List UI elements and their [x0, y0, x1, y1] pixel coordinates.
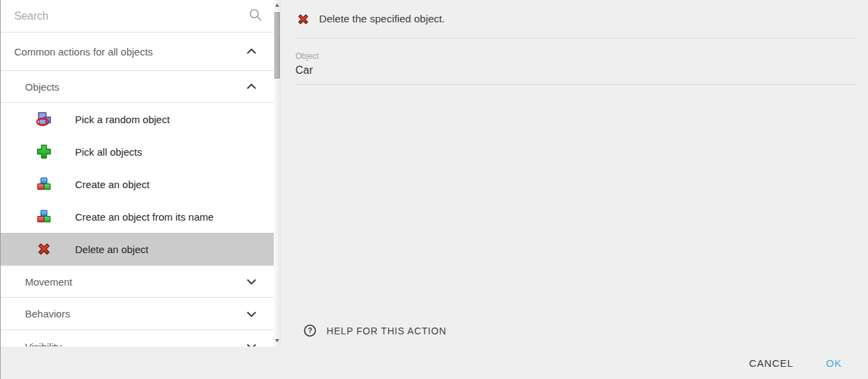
cancel-button[interactable]: CANCEL [742, 352, 800, 374]
chevron-down-icon [244, 274, 259, 289]
action-editor-panel: Delete the specified object. Object ? HE… [281, 0, 868, 347]
scroll-up-icon [275, 3, 279, 7]
action-item-create-object-from-name[interactable]: Create an object from its name [1, 200, 274, 233]
category-movement[interactable]: Movement [1, 265, 274, 298]
sidebar-scrollbar[interactable] [274, 0, 281, 347]
pick-all-objects-icon [36, 143, 52, 160]
action-item-pick-all-objects[interactable]: Pick all objects [1, 135, 274, 168]
ok-button[interactable]: OK [819, 352, 848, 374]
category-label: Objects [25, 81, 59, 93]
action-item-label: Create an object from its name [75, 211, 214, 223]
help-button[interactable]: ? HELP FOR THIS ACTION [303, 321, 450, 340]
chevron-down-icon [244, 307, 259, 321]
category-objects[interactable]: Objects [1, 70, 274, 103]
create-object-icon [36, 176, 52, 192]
action-header: Delete the specified object. [295, 0, 857, 39]
category-visibility[interactable]: Visibility [1, 330, 274, 347]
delete-object-icon [36, 241, 52, 257]
dialog-footer: CANCEL OK [1, 347, 868, 379]
action-item-label: Delete an object [75, 244, 148, 255]
scrollbar-thumb[interactable] [274, 12, 280, 79]
scrollbar-down-button[interactable] [274, 335, 281, 345]
action-item-label: Pick a random object [75, 114, 170, 125]
scrollbar-up-button[interactable] [274, 0, 281, 10]
action-item-create-object[interactable]: Create an object [1, 168, 274, 200]
search-row [1, 0, 274, 32]
category-label: Behaviors [25, 308, 70, 319]
pick-random-object-icon [36, 111, 52, 127]
chevron-down-icon [244, 339, 259, 347]
action-title: Delete the specified object. [319, 13, 445, 25]
chevron-up-icon [244, 79, 259, 94]
action-item-label: Create an object [75, 179, 149, 190]
category-common-actions[interactable]: Common actions for all objects [1, 32, 274, 70]
category-label: Common actions for all objects [14, 46, 153, 58]
object-input[interactable] [295, 64, 857, 85]
create-object-icon [36, 208, 52, 225]
object-field-group: Object [295, 39, 857, 85]
scroll-down-icon [275, 339, 279, 342]
action-item-pick-random-object[interactable]: Pick a random object [1, 103, 274, 135]
category-behaviors[interactable]: Behaviors [1, 298, 274, 330]
action-list: Common actions for all objects Objects [1, 0, 274, 347]
search-input[interactable] [14, 10, 248, 22]
category-label: Movement [25, 276, 72, 288]
svg-text:?: ? [308, 326, 312, 334]
action-item-label: Pick all objects [75, 146, 142, 158]
search-icon [248, 7, 263, 25]
category-label: Visibility [25, 341, 62, 347]
delete-object-icon [296, 12, 310, 26]
action-list-panel: Common actions for all objects Objects [1, 0, 281, 347]
help-icon: ? [303, 324, 317, 338]
help-button-label: HELP FOR THIS ACTION [327, 326, 446, 336]
object-field-label: Object [295, 51, 857, 61]
action-item-delete-object[interactable]: Delete an object [1, 233, 274, 265]
chevron-up-icon [244, 44, 259, 59]
